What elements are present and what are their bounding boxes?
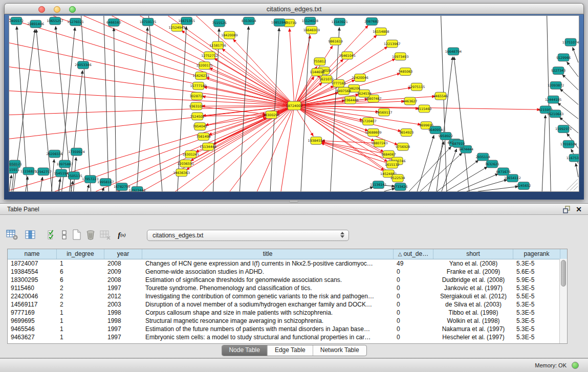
graph-edge[interactable] [9,26,294,106]
table-row[interactable]: 1938455462009Genome-wide association stu… [8,268,567,276]
graph-edge[interactable] [137,28,147,191]
graph-edge[interactable] [567,62,578,77]
graph-node[interactable]: 2405572 [9,17,24,25]
graph-edge[interactable] [576,163,578,177]
graph-node[interactable]: 16646919 [303,26,320,34]
graph-node[interactable]: 12093872 [548,81,564,89]
graph-node[interactable]: 9756928 [396,143,410,150]
tab-node-table[interactable]: Node Table [222,345,267,356]
graph-node[interactable]: 18420089 [221,31,237,39]
graph-edge[interactable] [270,28,279,191]
graph-node[interactable]: 15136141 [370,181,386,189]
graph-node[interactable]: 755812 [314,58,326,65]
graph-node[interactable]: 9245652 [516,182,531,190]
tab-network-table[interactable]: Network Table [313,345,366,356]
graph-node[interactable]: 20891406 [28,20,44,28]
graph-node[interactable]: 9463627 [403,97,417,105]
table-row[interactable]: 969969511998Structural magnetic resonanc… [8,317,567,325]
table-row[interactable]: 977716911998Corpus callosum shape and si… [8,309,567,317]
graph-edge[interactable] [87,185,89,191]
graph-edge[interactable] [36,30,52,191]
graph-edge[interactable] [294,105,421,124]
graph-node[interactable]: 7632621 [485,160,499,168]
column-header-pagerank[interactable]: pagerank [513,249,560,259]
graph-node[interactable]: 7561498 [196,133,210,141]
graph-node[interactable]: 14569117 [376,108,392,116]
graph-edge[interactable] [209,105,294,135]
graph-edge[interactable] [290,29,294,106]
graph-edge[interactable] [458,174,498,191]
graph-node[interactable]: 11581756 [209,41,226,49]
graph-node[interactable]: 16461045 [339,52,355,59]
graph-edge[interactable] [9,105,294,147]
show-columns-icon[interactable] [24,228,38,242]
table-row[interactable]: 911546021997Tourette syndrome. Phenomeno… [8,284,567,292]
graph-node[interactable]: 9227343 [551,67,565,75]
column-header-out_degree[interactable]: △out_de… [394,249,433,259]
graph-edge[interactable] [103,16,108,191]
graph-edge[interactable] [467,180,507,191]
graph-edge[interactable] [52,160,54,191]
column-header-short[interactable]: short [433,249,513,259]
graph-node[interactable]: 29053346 [75,61,91,69]
graph-node[interactable]: 1144698 [310,69,324,76]
graph-node[interactable]: 15992971 [555,125,572,133]
graph-node[interactable]: 14636363 [173,169,190,177]
graph-edge[interactable] [417,136,434,191]
graph-node[interactable]: 11675331 [567,154,579,162]
graph-edge[interactable] [294,75,320,105]
delete-column-icon[interactable] [83,228,98,242]
graph-node[interactable]: 2935114 [475,153,490,161]
graph-node[interactable]: 15124028 [302,17,318,25]
graph-node[interactable]: 2522534 [390,174,405,182]
graph-node[interactable]: 687919 [452,140,465,147]
graph-node[interactable]: 7515526 [212,19,226,27]
graph-node[interactable]: 17016504 [560,140,577,148]
graph-node[interactable]: 10975887 [56,160,73,168]
graph-node[interactable]: 10655257 [47,17,63,25]
graph-node[interactable]: 1733426 [393,183,407,191]
column-header-title[interactable]: title [142,249,394,259]
graph-node[interactable]: 1615132 [385,161,399,168]
graph-node[interactable]: 12923448 [129,187,145,191]
graph-edge[interactable] [114,28,116,191]
new-column-icon[interactable] [70,228,84,242]
graph-node[interactable]: 12444195 [545,96,561,103]
graph-node[interactable]: 6466160 [106,18,121,26]
graph-node[interactable]: 12213967 [384,40,400,48]
graph-node[interactable]: 7524502 [190,113,204,120]
graph-node[interactable]: 11543921 [331,18,347,26]
graph-node[interactable]: 12942757 [35,168,52,176]
graph-edge[interactable] [148,16,162,191]
graph-edge[interactable] [294,35,310,105]
graph-edge[interactable] [454,57,469,191]
window-titlebar[interactable]: citations_edges.txt [4,3,584,14]
graph-hub-node[interactable]: 18724007 [286,101,302,110]
graph-node[interactable]: 10688609 [365,129,381,137]
graph-node[interactable]: 6497568 [336,87,351,95]
table-select-dropdown[interactable]: citations_edges.txt [147,230,349,241]
graph-edge[interactable] [9,175,11,191]
graph-node[interactable]: 17359924 [68,148,84,156]
graph-node[interactable]: 7485063 [398,68,412,76]
graph-edge[interactable] [9,105,294,191]
graph-edge[interactable] [214,58,294,106]
graph-node[interactable]: 10719135 [140,18,156,26]
table-scrollbar[interactable] [559,259,567,343]
table-row[interactable]: 2242004622012Investigating the contribut… [8,292,567,300]
graph-edge[interactable] [331,28,339,191]
graph-node[interactable]: 12975115 [408,83,425,91]
graph-node[interactable]: 1621072 [319,75,334,83]
graph-edge[interactable] [361,187,374,191]
graph-edge[interactable] [428,141,444,191]
graph-edge[interactable] [71,181,73,191]
graph-node[interactable]: 3915911 [9,166,19,173]
table-row[interactable]: 946554611997Estimation of the future num… [8,325,567,333]
network-graph[interactable]: 1872400716154808122139671097349374850631… [9,16,579,191]
graph-edge[interactable] [442,149,456,191]
table-row[interactable]: 1830029562008Estimation of significance … [8,276,567,284]
graph-node[interactable]: 9363107 [189,102,203,110]
graph-node[interactable]: 15720407 [360,118,376,125]
graph-node[interactable]: 9465546 [433,92,448,100]
graph-node[interactable]: 3028711 [189,92,204,100]
